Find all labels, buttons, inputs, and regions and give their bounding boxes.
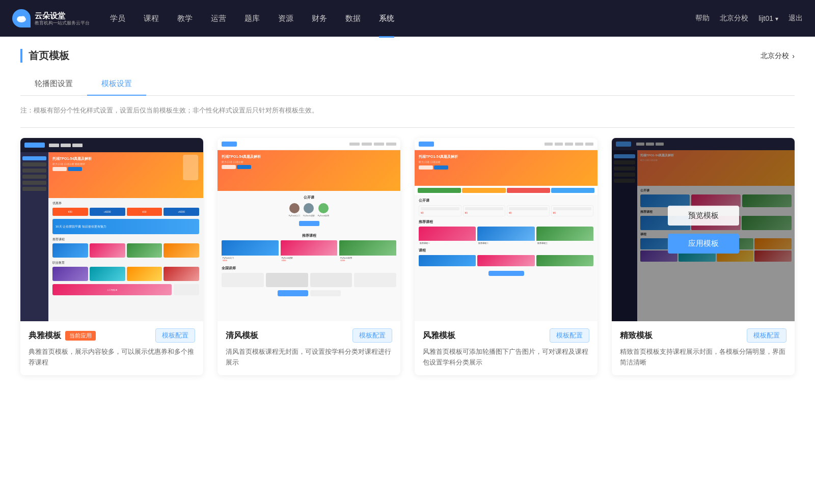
template-sim-1: 托福TPO1-54真题及解析 听力 口语 口语分析 精彩测评 bbox=[20, 138, 203, 321]
page-header: 首页模板 北京分校 › bbox=[20, 37, 795, 73]
apply-btn-4[interactable]: 应用模板 bbox=[668, 234, 739, 254]
template-desc-2: 清风首页模板课程无封面，可设置按学科分类对课程进行展示 bbox=[226, 347, 392, 368]
preview-btn-4[interactable]: 预览模板 bbox=[668, 206, 739, 226]
note-text: 注：模板有部分个性化样式设置，设置后仅当前模板生效；非个性化样式设置后只针对所有… bbox=[20, 106, 795, 115]
template-card-2: 托福TPO1-54真题及解析 听力 口语 口语分析 公开课 bbox=[218, 138, 400, 375]
template-preview-3: 托福TPO1-54真题及解析 听力 口语 口语分析 学科A 学科B 学科C 学 bbox=[415, 138, 597, 321]
template-desc-3: 风雅首页模板可添加轮播图下广告图片，可对课程及课程包设置学科分类展示 bbox=[423, 347, 589, 368]
template-name-4: 精致模板 bbox=[620, 330, 653, 341]
nav-teaching[interactable]: 教学 bbox=[177, 12, 193, 25]
logo: 云朵设堂 教育机构一站式服务云平台 bbox=[12, 9, 90, 27]
template-info-1: 典雅模板 当前应用 模板配置 典雅首页模板，展示内容较多，可以展示优惠券和多个推… bbox=[20, 321, 203, 375]
config-btn-1[interactable]: 模板配置 bbox=[155, 328, 195, 343]
nav-finance[interactable]: 财务 bbox=[312, 12, 327, 25]
template-desc-1: 典雅首页模板，展示内容较多，可以展示优惠券和多个推荐课程 bbox=[29, 347, 195, 368]
nav-system[interactable]: 系统 bbox=[379, 12, 394, 25]
user-menu[interactable]: lijt01 bbox=[758, 14, 778, 22]
logo-text: 云朵设堂 教育机构一站式服务云平台 bbox=[35, 11, 90, 26]
tab-template[interactable]: 模板设置 bbox=[87, 73, 146, 96]
template-preview-4: 托福TPO1-54真题及解析 听力 口语 口语分析 公开课 bbox=[612, 138, 795, 321]
logo-icon bbox=[12, 9, 31, 27]
navbar: 云朵设堂 教育机构一站式服务云平台 学员 课程 教学 运营 题库 资源 财务 数… bbox=[0, 0, 815, 37]
template-preview-1: 托福TPO1-54真题及解析 听力 口语 口语分析 精彩测评 bbox=[20, 138, 203, 321]
help-link[interactable]: 帮助 bbox=[695, 14, 710, 23]
config-btn-4[interactable]: 模板配置 bbox=[747, 328, 786, 343]
nav-resources[interactable]: 资源 bbox=[278, 12, 293, 25]
template-card-3: 托福TPO1-54真题及解析 听力 口语 口语分析 学科A 学科B 学科C 学 bbox=[415, 138, 597, 375]
branch-link[interactable]: 北京分校 bbox=[720, 14, 748, 23]
current-badge-1: 当前应用 bbox=[65, 331, 96, 341]
template-grid: 托福TPO1-54真题及解析 听力 口语 口语分析 精彩测评 bbox=[20, 138, 795, 375]
nav-data[interactable]: 数据 bbox=[345, 12, 361, 25]
svg-point-2 bbox=[21, 16, 25, 20]
config-btn-3[interactable]: 模板配置 bbox=[550, 328, 589, 343]
nav-courses[interactable]: 课程 bbox=[144, 12, 159, 25]
template-name-row-1: 典雅模板 当前应用 模板配置 bbox=[29, 328, 195, 343]
logout-link[interactable]: 退出 bbox=[789, 14, 803, 23]
nav-questions[interactable]: 题库 bbox=[244, 12, 260, 25]
hover-actions-4: 预览模板 应用模板 bbox=[668, 206, 739, 254]
template-desc-4: 精致首页模板支持课程展示封面，各模板分隔明显，界面简洁清晰 bbox=[620, 347, 786, 368]
divider bbox=[20, 127, 795, 128]
nav-operations[interactable]: 运营 bbox=[211, 12, 226, 25]
template-preview-2: 托福TPO1-54真题及解析 听力 口语 口语分析 公开课 bbox=[218, 138, 400, 321]
tab-carousel[interactable]: 轮播图设置 bbox=[20, 73, 87, 96]
template-name-3: 风雅模板 bbox=[423, 330, 455, 341]
template-info-2: 清风模板 模板配置 清风首页模板课程无封面，可设置按学科分类对课程进行展示 bbox=[218, 321, 400, 375]
tabs-container: 轮播图设置 模板设置 bbox=[20, 73, 795, 96]
branch-chevron-icon: › bbox=[792, 52, 795, 60]
template-name-row-4: 精致模板 模板配置 bbox=[620, 328, 786, 343]
main-content: 首页模板 北京分校 › 轮播图设置 模板设置 注：模板有部分个性化样式设置，设置… bbox=[0, 37, 815, 504]
template-card-1: 托福TPO1-54真题及解析 听力 口语 口语分析 精彩测评 bbox=[20, 138, 203, 375]
template-info-4: 精致模板 模板配置 精致首页模板支持课程展示封面，各模板分隔明显，界面简洁清晰 bbox=[612, 321, 795, 375]
template-info-3: 风雅模板 模板配置 风雅首页模板可添加轮播图下广告图片，可对课程及课程包设置学科… bbox=[415, 321, 597, 375]
template-name-1: 典雅模板 bbox=[29, 330, 61, 341]
branch-selector[interactable]: 北京分校 › bbox=[760, 51, 795, 61]
nav-students[interactable]: 学员 bbox=[110, 12, 125, 25]
template-card-4: 托福TPO1-54真题及解析 听力 口语 口语分析 公开课 bbox=[612, 138, 795, 375]
template-name-row-3: 风雅模板 模板配置 bbox=[423, 328, 589, 343]
main-nav: 学员 课程 教学 运营 题库 资源 财务 数据 系统 bbox=[110, 12, 695, 25]
template-name-2: 清风模板 bbox=[226, 330, 258, 341]
navbar-right: 帮助 北京分校 lijt01 退出 bbox=[695, 14, 803, 23]
config-btn-2[interactable]: 模板配置 bbox=[352, 328, 392, 343]
template-name-row-2: 清风模板 模板配置 bbox=[226, 328, 392, 343]
page-title: 首页模板 bbox=[20, 49, 69, 63]
user-chevron-icon bbox=[775, 14, 778, 22]
